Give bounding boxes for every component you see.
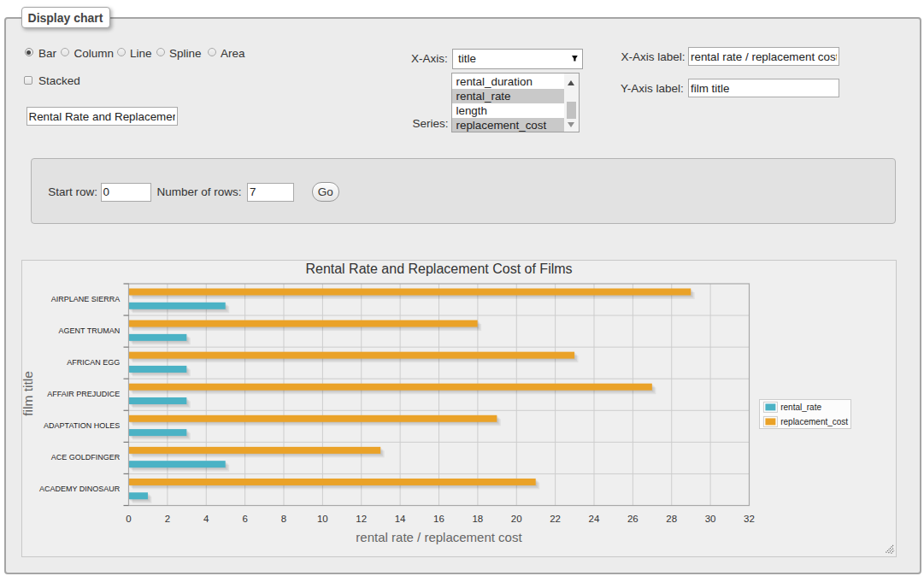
svg-text:28: 28: [666, 513, 677, 523]
svg-text:ACADEMY DINOSAUR: ACADEMY DINOSAUR: [38, 485, 120, 493]
svg-text:0: 0: [126, 513, 131, 523]
svg-text:18: 18: [472, 513, 483, 523]
svg-text:ACE GOLDFINGER: ACE GOLDFINGER: [50, 453, 120, 461]
svg-text:26: 26: [627, 513, 638, 523]
svg-text:24: 24: [588, 513, 599, 523]
svg-text:10: 10: [316, 513, 327, 523]
svg-text:30: 30: [704, 513, 715, 523]
svg-text:AGENT TRUMAN: AGENT TRUMAN: [58, 326, 120, 335]
svg-text:film title: film title: [21, 371, 35, 416]
svg-text:32: 32: [744, 513, 755, 523]
svg-text:2: 2: [164, 513, 169, 523]
svg-text:12: 12: [356, 513, 367, 523]
svg-text:AIRPLANE SIERRA: AIRPLANE SIERRA: [50, 295, 120, 303]
svg-text:AFFAIR PREJUDICE: AFFAIR PREJUDICE: [47, 390, 120, 398]
svg-text:16: 16: [433, 513, 444, 523]
svg-text:rental_rate: rental_rate: [780, 402, 821, 411]
svg-text:4: 4: [203, 513, 209, 523]
svg-text:Rental Rate and Replacement Co: Rental Rate and Replacement Cost of Film…: [305, 261, 572, 275]
svg-text:AFRICAN EGG: AFRICAN EGG: [67, 358, 120, 367]
svg-text:6: 6: [242, 513, 247, 523]
svg-text:14: 14: [394, 513, 405, 523]
svg-text:8: 8: [280, 513, 285, 523]
svg-text:ADAPTATION HOLES: ADAPTATION HOLES: [44, 421, 120, 430]
svg-text:22: 22: [550, 513, 561, 523]
svg-text:20: 20: [510, 513, 521, 523]
svg-text:rental rate / replacement cost: rental rate / replacement cost: [356, 529, 522, 544]
svg-text:replacement_cost: replacement_cost: [780, 416, 848, 426]
